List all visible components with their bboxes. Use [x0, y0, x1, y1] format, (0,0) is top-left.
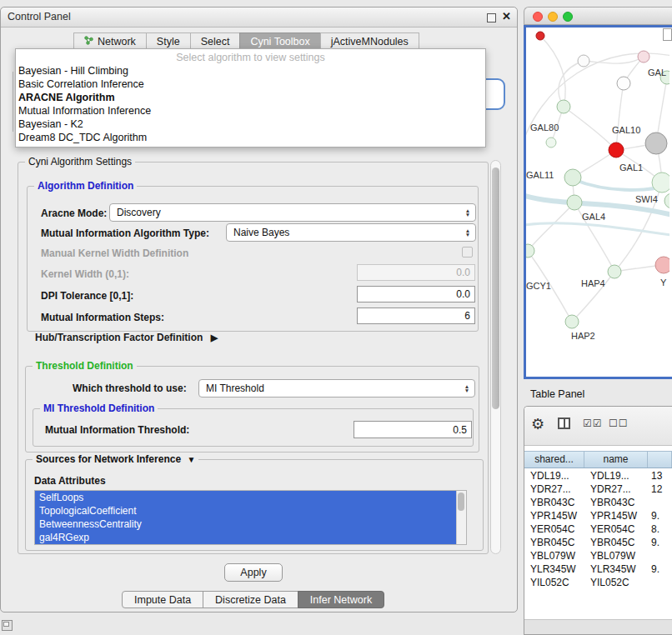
zoom-traffic-light[interactable]: [563, 12, 573, 22]
manual-kernel-checkbox: [462, 247, 473, 258]
threshold-definition-title: Threshold Definition: [33, 360, 137, 372]
network-node[interactable]: [578, 55, 589, 67]
network-node[interactable]: [652, 172, 669, 192]
tab-impute-data[interactable]: Impute Data: [122, 591, 203, 608]
network-node[interactable]: [664, 193, 669, 208]
tab-label: jActiveMNodules: [331, 33, 409, 50]
table-cell: YBR045C: [584, 536, 648, 549]
column-header-shared-name[interactable]: shared...: [524, 452, 584, 468]
network-canvas-svg: GALGAL80GAL10GAL11GAL1SWI4GAL4GCY1HAP4YH…: [526, 28, 669, 377]
select-all-checks-icon[interactable]: ☑☑: [583, 418, 603, 429]
table-cell: YIL052C: [584, 576, 648, 589]
tab-infer-network[interactable]: Infer Network: [298, 591, 384, 608]
algorithm-option[interactable]: Mutual Information Inference: [16, 104, 485, 118]
attribute-item-selected[interactable]: gal4RGexp: [35, 531, 456, 544]
mi-algorithm-type-select[interactable]: Naive Bayes ▲▼: [226, 223, 476, 242]
network-node[interactable]: [567, 195, 582, 210]
table-row[interactable]: YBR043CYBR043C: [524, 496, 672, 509]
hub-definition-expander[interactable]: Hub/Transcription Factor Definition ▶: [35, 332, 218, 343]
gear-icon[interactable]: ⚙: [531, 415, 544, 433]
tab-network[interactable]: Network: [73, 32, 147, 50]
network-node[interactable]: [526, 244, 534, 258]
table-row[interactable]: YER054CYER054C8.: [524, 522, 672, 536]
close-icon[interactable]: ✕: [502, 10, 511, 22]
table-panel-title: Table Panel: [530, 388, 584, 400]
network-view-window: GALGAL80GAL10GAL11GAL1SWI4GAL4GCY1HAP4YH…: [524, 7, 672, 379]
network-node[interactable]: [655, 257, 669, 273]
which-threshold-select[interactable]: MI Threshold ▲▼: [198, 379, 475, 398]
data-attributes-label: Data Attributes: [34, 475, 106, 487]
table-row[interactable]: YIL052CYIL052C: [524, 576, 672, 589]
cyni-algorithm-settings-group: Cyni Algorithm Settings Algorithm Defini…: [18, 162, 489, 554]
tab-discretize-data[interactable]: Discretize Data: [203, 591, 298, 608]
network-node[interactable]: [609, 142, 624, 158]
minimize-traffic-light[interactable]: [548, 12, 558, 22]
apply-button[interactable]: Apply: [224, 563, 283, 582]
network-node[interactable]: [557, 100, 570, 113]
network-node[interactable]: [645, 132, 667, 154]
network-node[interactable]: [536, 32, 544, 40]
network-node[interactable]: [638, 51, 649, 62]
network-node[interactable]: [608, 265, 621, 278]
network-node[interactable]: [564, 169, 581, 186]
algorithm-option[interactable]: Basic Correlation Inference: [16, 78, 485, 91]
scrollbar-thumb[interactable]: [492, 168, 499, 409]
network-edge: [540, 36, 565, 107]
table-cell: YPR145W: [584, 509, 648, 522]
column-header-cut[interactable]: [648, 452, 672, 468]
attribute-item-selected[interactable]: BetweennessCentrality: [35, 518, 456, 531]
algorithm-option-selected[interactable]: ARACNE Algorithm: [16, 91, 485, 104]
tab-select[interactable]: Select: [190, 32, 241, 50]
table-row[interactable]: YDL19...YDL19...13: [524, 469, 672, 482]
algorithm-option[interactable]: Bayesian - K2: [16, 118, 485, 131]
network-node[interactable]: [617, 77, 630, 90]
combo-stepper-icon: ▲▼: [462, 228, 474, 237]
collapsed-panel-icon[interactable]: [2, 620, 13, 631]
window-title: Control Panel: [8, 11, 71, 22]
mi-steps-label: Mutual Information Steps:: [41, 312, 164, 323]
column-header-name[interactable]: name: [584, 452, 648, 468]
tab-cyni-toolbox[interactable]: Cyni Toolbox: [239, 32, 320, 50]
table-cell: YBR043C: [524, 496, 584, 509]
network-node[interactable]: [546, 138, 556, 148]
table-row[interactable]: YBR045CYBR045C9.: [524, 536, 672, 549]
network-tab-icon: [84, 33, 93, 50]
tab-label: Cyni Toolbox: [250, 33, 309, 50]
settings-scrollbar[interactable]: [490, 160, 501, 554]
close-traffic-light[interactable]: [533, 12, 543, 22]
float-window-icon[interactable]: [487, 13, 496, 22]
aracne-mode-select[interactable]: Discovery ▲▼: [109, 203, 476, 222]
table-cell: YIL052C: [524, 576, 584, 589]
table-row[interactable]: YLR345WYLR345W9.: [524, 562, 672, 576]
attribute-item-selected[interactable]: TopologicalCoefficient: [35, 504, 456, 518]
sources-collapse-header[interactable]: Sources for Network Inference ▼: [33, 453, 198, 466]
table-row[interactable]: YPR145WYPR145W9.: [524, 509, 672, 522]
table-cell: [648, 496, 672, 509]
network-node-label: GAL4: [582, 212, 605, 222]
table-row[interactable]: YDR27...YDR27...12: [524, 482, 672, 496]
data-attributes-list: SelfLoops TopologicalCoefficient Between…: [34, 490, 467, 545]
mi-steps-input[interactable]: 6: [357, 308, 475, 324]
dpi-tolerance-label: DPI Tolerance [0,1]:: [41, 290, 133, 302]
mi-threshold-input[interactable]: 0.5: [354, 421, 472, 438]
dpi-tolerance-input[interactable]: 0.0: [357, 286, 475, 302]
bottom-tab-bar: Impute Data Discretize Data Infer Networ…: [122, 591, 384, 608]
network-node[interactable]: [565, 315, 579, 328]
network-node-label: HAP2: [571, 331, 595, 341]
table-cell: YBR045C: [524, 536, 584, 549]
algorithm-option[interactable]: Bayesian - Hill Climbing: [16, 64, 485, 78]
table-cell: YDL19...: [584, 469, 648, 482]
network-node-label: Y: [660, 278, 667, 288]
attribute-item-selected[interactable]: SelfLoops: [35, 491, 456, 504]
algorithm-definition-group: Algorithm Definition Aracne Mode: Discov…: [27, 186, 479, 332]
attribute-list-scrollbar[interactable]: [456, 491, 466, 544]
scrollbar-thumb[interactable]: [458, 492, 464, 511]
tab-style[interactable]: Style: [146, 32, 191, 50]
table-row[interactable]: YBL079WYBL079W: [524, 549, 672, 562]
table-cell: YER054C: [524, 522, 584, 536]
columns-icon[interactable]: [558, 418, 570, 429]
tab-jactivemnodules[interactable]: jActiveMNodules: [320, 32, 419, 50]
deselect-all-checks-icon[interactable]: ☐☐: [609, 418, 629, 429]
network-canvas[interactable]: GALGAL80GAL10GAL11GAL1SWI4GAL4GCY1HAP4YH…: [524, 25, 672, 379]
algorithm-option[interactable]: Dream8 DC_TDC Algorithm: [16, 131, 485, 144]
